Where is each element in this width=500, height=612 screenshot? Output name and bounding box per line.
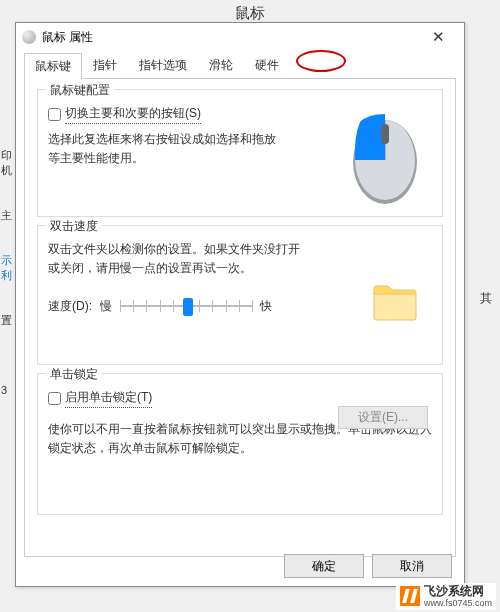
watermark-name: 飞沙系统网 bbox=[424, 585, 492, 598]
watermark-logo-icon bbox=[400, 586, 420, 606]
left-hint: 主 bbox=[0, 200, 10, 231]
mouse-icon bbox=[22, 30, 36, 44]
group-title: 鼠标键配置 bbox=[46, 82, 114, 99]
left-hint: 置 bbox=[0, 305, 10, 336]
left-hint: 印机 bbox=[0, 140, 10, 186]
left-hint: 3 bbox=[0, 376, 10, 404]
page-title: 鼠标 bbox=[235, 4, 265, 23]
right-hint: 其 bbox=[480, 290, 500, 307]
tab-wheel[interactable]: 滑轮 bbox=[198, 52, 244, 78]
titlebar: 鼠标 属性 ✕ bbox=[16, 23, 464, 51]
svg-rect-2 bbox=[381, 124, 389, 144]
swap-buttons-checkbox[interactable] bbox=[48, 108, 61, 121]
tab-hardware[interactable]: 硬件 bbox=[244, 52, 290, 78]
folder-test-icon[interactable] bbox=[372, 282, 418, 322]
speed-slow: 慢 bbox=[100, 297, 112, 316]
svg-rect-3 bbox=[374, 292, 416, 320]
group-doubleclick-speed: 双击速度 双击文件夹以检测你的设置。如果文件夹没打开或关闭，请用慢一点的设置再试… bbox=[37, 225, 443, 365]
dialog-title: 鼠标 属性 bbox=[42, 29, 418, 46]
tab-buttons[interactable]: 鼠标键 bbox=[24, 53, 82, 79]
cancel-button[interactable]: 取消 bbox=[372, 554, 452, 578]
annotation-ellipse bbox=[296, 50, 346, 72]
tab-pointers[interactable]: 指针 bbox=[82, 52, 128, 78]
watermark-url: www.fs0745.com bbox=[424, 598, 492, 608]
mouse-properties-dialog: 鼠标 属性 ✕ 鼠标键 指针 指针选项 滑轮 硬件 鼠标键配置 切换主要和次要的… bbox=[15, 22, 465, 587]
group-button-config: 鼠标键配置 切换主要和次要的按钮(S) 选择此复选框来将右按钮设成如选择和拖放等… bbox=[37, 89, 443, 217]
clicklock-settings-button: 设置(E)... bbox=[338, 406, 428, 429]
speed-label: 速度(D): bbox=[48, 297, 92, 316]
tabs-bar: 鼠标键 指针 指针选项 滑轮 硬件 bbox=[24, 53, 456, 79]
left-hint: 示利 bbox=[0, 245, 10, 291]
swap-buttons-label: 切换主要和次要的按钮(S) bbox=[65, 104, 201, 124]
close-button[interactable]: ✕ bbox=[418, 23, 458, 51]
ok-button[interactable]: 确定 bbox=[284, 554, 364, 578]
tab-pointer-options[interactable]: 指针选项 bbox=[128, 52, 198, 78]
watermark: 飞沙系统网 www.fs0745.com bbox=[396, 583, 496, 610]
clicklock-checkbox[interactable] bbox=[48, 392, 61, 405]
speed-slider[interactable] bbox=[120, 296, 252, 316]
clicklock-label: 启用单击锁定(T) bbox=[65, 388, 152, 408]
speed-fast: 快 bbox=[260, 297, 272, 316]
mouse-image bbox=[346, 112, 424, 206]
config-desc: 选择此复选框来将右按钮设成如选择和拖放等主要性能使用。 bbox=[48, 130, 286, 168]
left-hints: 印机 主 示利 置 3 bbox=[0, 0, 10, 612]
tab-panel: 鼠标键配置 切换主要和次要的按钮(S) 选择此复选框来将右按钮设成如选择和拖放等… bbox=[24, 79, 456, 557]
speed-desc: 双击文件夹以检测你的设置。如果文件夹没打开或关闭，请用慢一点的设置再试一次。 bbox=[48, 240, 309, 278]
dialog-footer: 确定 取消 bbox=[284, 554, 452, 578]
group-click-lock: 单击锁定 启用单击锁定(T) 设置(E)... 使你可以不用一直按着鼠标按钮就可… bbox=[37, 373, 443, 515]
group-title: 单击锁定 bbox=[46, 366, 102, 383]
group-title: 双击速度 bbox=[46, 218, 102, 235]
